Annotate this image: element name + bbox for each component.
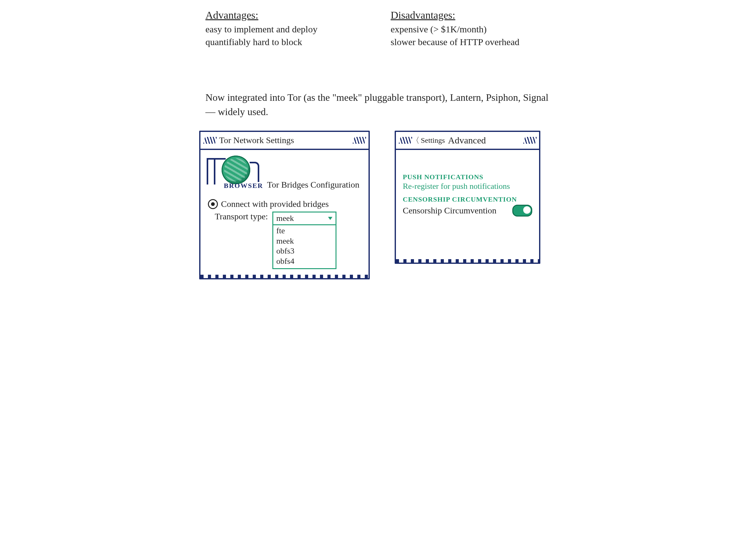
- reregister-push-item[interactable]: Re-register for push notifications: [403, 182, 532, 191]
- push-notifications-section: PUSH NOTIFICATIONS: [403, 173, 532, 181]
- window-bottom-dash-icon: [396, 259, 539, 263]
- titlebar-hatch-icon: [203, 137, 217, 144]
- titlebar-hatch-icon: [523, 137, 537, 144]
- disadvantages-block: Disadvantages: expensive (> $1K/month) s…: [391, 9, 557, 48]
- censorship-toggle[interactable]: [512, 205, 532, 216]
- tor-settings-window: Tor Network Settings Tor Bridges Configu…: [199, 131, 370, 279]
- provided-bridges-label: Connect with provided bridges: [221, 199, 329, 209]
- transport-type-dropdown[interactable]: meek fte meek obfs3 obfs4: [272, 212, 336, 269]
- provided-bridges-radio[interactable]: Connect with provided bridges: [208, 199, 362, 209]
- back-chevron-icon[interactable]: 〈: [411, 135, 419, 146]
- window-bottom-dash-icon: [201, 275, 368, 278]
- titlebar-hatch-icon: [353, 137, 366, 144]
- advantages-block: Advantages: easy to implement and deploy…: [205, 9, 372, 48]
- transport-option[interactable]: obfs4: [276, 256, 332, 267]
- signal-titlebar: 〈 Settings Advanced: [396, 132, 539, 150]
- tor-titlebar: Tor Network Settings: [201, 132, 368, 150]
- disadvantages-heading: Disadvantages:: [391, 9, 557, 21]
- advantages-heading: Advantages:: [205, 9, 372, 21]
- tor-logo-caption: BROWSER: [224, 182, 263, 190]
- signal-window-title: Advanced: [448, 135, 486, 145]
- transport-options-list: fte meek obfs3 obfs4: [273, 225, 336, 268]
- transport-option[interactable]: fte: [276, 226, 332, 236]
- chevron-down-icon: [328, 217, 332, 220]
- disadvantages-line-2: slower because of HTTP overhead: [391, 36, 557, 49]
- censorship-toggle-label: Censorship Circumvention: [403, 206, 496, 216]
- back-to-settings-link[interactable]: Settings: [421, 136, 445, 145]
- advantages-line-2: quantifiably hard to block: [205, 36, 372, 49]
- disadvantages-line-1: expensive (> $1K/month): [391, 23, 557, 36]
- toggle-knob-icon: [523, 206, 531, 214]
- transport-selected-value: meek: [276, 214, 294, 223]
- transport-option[interactable]: obfs3: [276, 246, 332, 256]
- tor-window-title: Tor Network Settings: [219, 135, 294, 145]
- transport-option[interactable]: meek: [276, 236, 332, 246]
- bridges-config-heading: Tor Bridges Configuration: [267, 180, 360, 190]
- radio-selected-icon: [208, 199, 218, 209]
- advantages-line-1: easy to implement and deploy: [205, 23, 372, 36]
- integration-note: Now integrated into Tor (as the "meek" p…: [205, 90, 557, 119]
- titlebar-hatch-icon: [399, 137, 412, 144]
- signal-advanced-window: 〈 Settings Advanced PUSH NOTIFICATIONS R…: [395, 131, 540, 264]
- transport-type-label: Transport type:: [215, 212, 268, 221]
- censorship-section: CENSORSHIP CIRCUMVENTION: [403, 195, 532, 204]
